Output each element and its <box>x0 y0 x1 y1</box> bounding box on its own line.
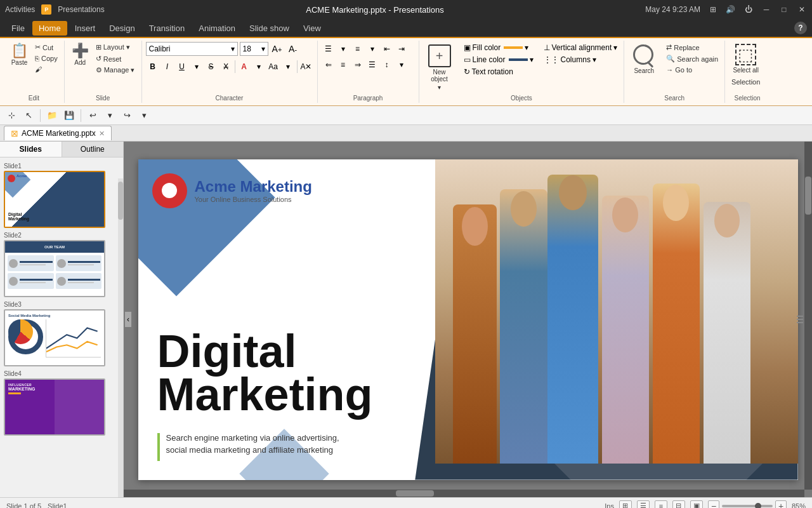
save-file-button[interactable]: 💾 <box>62 108 77 123</box>
help-icon[interactable]: ? <box>794 22 807 34</box>
zoom-level[interactable]: 85% <box>792 502 806 509</box>
menu-animation[interactable]: Animation <box>192 21 242 36</box>
numbered-list-dropdown[interactable]: ▾ <box>365 42 379 56</box>
zoom-slider[interactable] <box>722 505 773 507</box>
align-left-button[interactable]: ⇐ <box>322 58 336 72</box>
notes-view-button[interactable]: ≡ <box>655 500 667 509</box>
menu-transition[interactable]: Transition <box>143 21 192 36</box>
slide-item-4[interactable]: Slide4 INFLUENCER MARKETING <box>4 370 119 436</box>
zoom-out-button[interactable]: − <box>708 500 719 509</box>
slide-panel-scrollbar[interactable] <box>118 178 123 497</box>
new-object-button[interactable]: + Newobject ▾ <box>423 42 456 93</box>
slides-tab[interactable]: Slides <box>0 142 62 157</box>
line-color-dropdown[interactable]: ▾ <box>530 55 534 64</box>
strikethrough-button[interactable]: S <box>204 60 218 74</box>
v-scrollbar[interactable] <box>804 142 812 490</box>
columns-dropdown[interactable]: ▾ <box>593 55 596 64</box>
replace-button[interactable]: ⇄ Replace <box>664 42 721 53</box>
bullet-list-button[interactable]: ☰ <box>322 42 336 56</box>
font-increase-button[interactable]: A+ <box>270 42 284 56</box>
bullet-list-dropdown[interactable]: ▾ <box>336 42 350 56</box>
reset-button[interactable]: ↺ Reset <box>93 53 138 64</box>
add-slide-button[interactable]: ➕ Add <box>69 42 92 68</box>
slide-item-3[interactable]: Slide3 Social Media Marketing <box>4 301 119 366</box>
slide1-company-info: Acme Marketing Your Online Business Solu… <box>195 178 312 203</box>
fill-color-dropdown[interactable]: ▾ <box>525 43 528 52</box>
selection-button[interactable]: Selection <box>729 77 763 87</box>
slide-item-2[interactable]: Slide2 OUR TEAM <box>4 232 119 297</box>
search-button[interactable]: Search <box>628 42 660 77</box>
menu-design[interactable]: Design <box>103 21 141 36</box>
redo-dropdown-button[interactable]: ▾ <box>136 108 152 123</box>
date-time: May 24 9:23 AM <box>645 5 700 14</box>
menu-home[interactable]: Home <box>32 21 67 36</box>
columns-button[interactable]: ⋮⋮ Columns ▾ <box>541 54 620 65</box>
font-name-dropdown[interactable]: Calibri ▾ <box>146 42 238 56</box>
open-file-button[interactable]: 📁 <box>44 108 60 123</box>
outline-tab[interactable]: Outline <box>62 142 124 157</box>
align-center-button[interactable]: ≡ <box>336 58 350 72</box>
select-all-button[interactable]: ⬚ Select all <box>730 42 763 76</box>
indent-decrease-button[interactable]: ⇤ <box>380 42 394 56</box>
layout-button[interactable]: ⊞ Layout ▾ <box>93 42 138 53</box>
undo-dropdown-button[interactable]: ▾ <box>102 108 117 123</box>
volume-icon[interactable]: 🔊 <box>726 4 736 15</box>
indent-increase-button[interactable]: ⇥ <box>395 42 409 56</box>
paste-button[interactable]: 📋 Paste <box>8 42 31 68</box>
underline-dropdown-button[interactable]: ▾ <box>190 60 204 74</box>
align-right-button[interactable]: ⇒ <box>351 58 365 72</box>
cut-button[interactable]: ✂ Cut <box>32 42 60 53</box>
outline-view-button[interactable]: ☰ <box>637 500 650 509</box>
select-tool-button[interactable]: ↖ <box>21 108 36 123</box>
italic-button[interactable]: I <box>160 60 174 74</box>
line-spacing-dropdown[interactable]: ▾ <box>395 58 409 72</box>
vertical-align-dropdown[interactable]: ▾ <box>613 43 617 52</box>
h-scrollbar[interactable] <box>124 490 804 497</box>
menu-file[interactable]: File <box>5 21 31 36</box>
slide-item-1[interactable]: Slide1 DigitalMarketing Acme <box>4 163 119 228</box>
menu-insert[interactable]: Insert <box>69 21 102 36</box>
strikethrough2-button[interactable]: X̶ <box>219 60 233 74</box>
menu-view[interactable]: View <box>297 21 327 36</box>
zoom-in-button[interactable]: + <box>775 500 787 509</box>
ribbon-group-search-content: Search ⇄ Replace 🔍 Search again → Go to <box>628 42 721 93</box>
thumb1-bg: DigitalMarketing Acme <box>5 172 104 227</box>
copy-button[interactable]: ⎘ Copy <box>32 53 60 64</box>
prev-slide-button[interactable]: ‹ <box>125 312 131 327</box>
font-color-dropdown[interactable]: ▾ <box>252 60 266 74</box>
close-button[interactable]: ✕ <box>797 4 807 15</box>
bold-button[interactable]: B <box>146 60 160 74</box>
numbered-list-button[interactable]: ≡ <box>351 42 365 56</box>
presentations-label[interactable]: Presentations <box>58 5 104 14</box>
align-justify-button[interactable]: ☰ <box>365 58 379 72</box>
undo-button[interactable]: ↩ <box>85 108 100 123</box>
font-color-button[interactable]: A <box>237 60 251 74</box>
activities-label[interactable]: Activities <box>5 5 35 14</box>
text-rotation-button[interactable]: ↻ Text rotation <box>461 66 536 77</box>
tab-close-button[interactable]: ✕ <box>99 130 105 138</box>
maximize-button[interactable]: □ <box>779 4 789 15</box>
fill-color-button[interactable]: ▣ Fill color ▾ <box>461 42 536 53</box>
normal-mode-button[interactable]: ⊹ <box>4 108 19 123</box>
vertical-alignment-button[interactable]: ⊥ Vertical alignment ▾ <box>541 42 620 53</box>
normal-view-button[interactable]: ⊞ <box>619 500 632 509</box>
line-spacing-button[interactable]: ↕ <box>380 58 394 72</box>
font-size-dropdown[interactable]: 18 ▾ <box>240 42 268 56</box>
manage-button[interactable]: ⚙ Manage ▾ <box>93 65 138 76</box>
slide-sorter-button[interactable]: ⊟ <box>672 500 685 509</box>
menu-slideshow[interactable]: Slide show <box>243 21 296 36</box>
font-decrease-button[interactable]: A- <box>286 42 300 56</box>
search-again-button[interactable]: 🔍 Search again <box>664 53 721 64</box>
text-case-button[interactable]: Aa <box>266 60 280 74</box>
document-tab[interactable]: ⊠ ACME Marketing.pptx ✕ <box>4 126 112 140</box>
go-to-button[interactable]: → Go to <box>664 65 721 75</box>
clear-formatting-button[interactable]: A✕ <box>299 60 313 74</box>
text-case-dropdown[interactable]: ▾ <box>281 60 295 74</box>
redo-button[interactable]: ↪ <box>119 108 134 123</box>
underline-button[interactable]: U <box>175 60 189 74</box>
minimize-button[interactable]: ─ <box>761 4 771 15</box>
power-icon[interactable]: ⏻ <box>743 4 754 15</box>
line-color-button[interactable]: ▭ Line color ▾ <box>461 54 536 65</box>
presentation-view-button[interactable]: ▣ <box>690 500 703 509</box>
format-paintbrush-button[interactable]: 🖌 <box>32 64 60 74</box>
